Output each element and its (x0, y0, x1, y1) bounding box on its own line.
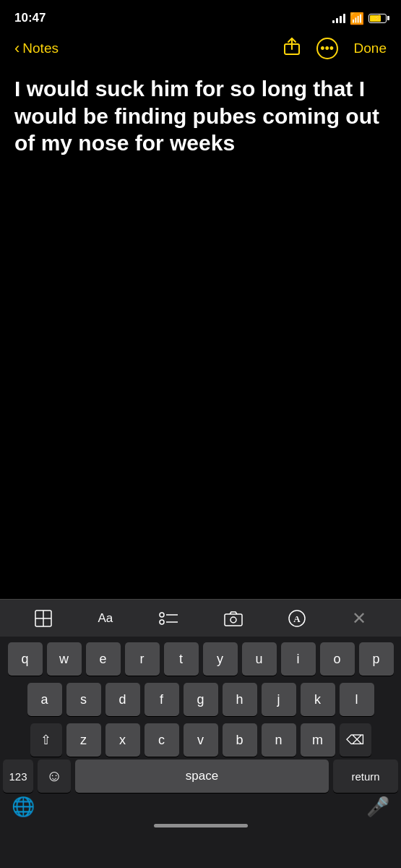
home-indicator (154, 824, 248, 827)
space-button[interactable]: space (75, 760, 329, 793)
key-row-3: ⇧ z x c v b n m ⌫ (3, 723, 398, 757)
key-z[interactable]: z (66, 723, 101, 757)
markup-button[interactable]: A (281, 605, 313, 631)
svg-point-7 (160, 620, 164, 624)
keyboard-toolbar: Aa A ✕ (0, 599, 401, 637)
svg-point-5 (160, 613, 164, 617)
camera-button[interactable] (217, 606, 250, 631)
nav-actions: ••• Done (283, 37, 387, 60)
key-m[interactable]: m (301, 723, 335, 757)
key-row-2: a s d f g h j k l (3, 683, 398, 716)
key-b[interactable]: b (223, 723, 257, 757)
bottom-row: 123 ☺ space return (0, 760, 401, 793)
note-content[interactable]: I would suck him for so long that I woul… (0, 68, 401, 171)
key-p[interactable]: p (359, 642, 394, 676)
key-r[interactable]: r (125, 642, 160, 676)
aa-label: Aa (98, 611, 113, 626)
back-button[interactable]: ‹ Notes (14, 41, 59, 56)
key-u[interactable]: u (242, 642, 277, 676)
close-keyboard-button[interactable]: ✕ (345, 604, 374, 633)
note-text[interactable]: I would suck him for so long that I woul… (14, 75, 387, 157)
key-f[interactable]: f (145, 683, 179, 716)
format-button[interactable]: Aa (91, 607, 121, 630)
home-indicator-row (0, 818, 401, 835)
status-bar: 10:47 📶 ⚡ (0, 0, 401, 32)
key-v[interactable]: v (184, 723, 218, 757)
key-h[interactable]: h (223, 683, 257, 716)
svg-rect-9 (225, 614, 242, 626)
key-d[interactable]: d (105, 683, 140, 716)
key-row-1: q w e r t y u i o p (3, 642, 398, 676)
back-label: Notes (22, 41, 59, 56)
numeric-button[interactable]: 123 (3, 760, 33, 793)
delete-button[interactable]: ⌫ (340, 723, 371, 757)
svg-text:A: A (294, 613, 301, 624)
key-w[interactable]: w (47, 642, 82, 676)
key-n[interactable]: n (262, 723, 296, 757)
more-button[interactable]: ••• (316, 38, 338, 59)
globe-icon[interactable]: 🌐 (12, 796, 35, 818)
ellipsis-icon: ••• (320, 42, 334, 55)
signal-icon (332, 13, 345, 23)
key-s[interactable]: s (66, 683, 101, 716)
return-button[interactable]: return (333, 760, 398, 793)
key-o[interactable]: o (320, 642, 355, 676)
share-button[interactable] (283, 37, 301, 60)
close-icon: ✕ (352, 608, 366, 629)
battery-icon: ⚡ (368, 14, 387, 23)
key-g[interactable]: g (184, 683, 218, 716)
svg-point-10 (230, 617, 236, 623)
status-icons: 📶 ⚡ (332, 12, 387, 25)
nav-bar: ‹ Notes ••• Done (0, 32, 401, 68)
globe-mic-row: 🌐 🎤 (0, 793, 401, 818)
chevron-left-icon: ‹ (14, 41, 20, 56)
done-button[interactable]: Done (354, 41, 387, 56)
microphone-icon[interactable]: 🎤 (366, 796, 389, 818)
wifi-icon: 📶 (350, 12, 364, 25)
key-x[interactable]: x (105, 723, 140, 757)
key-a[interactable]: a (27, 683, 62, 716)
key-j[interactable]: j (262, 683, 296, 716)
key-l[interactable]: l (340, 683, 374, 716)
key-q[interactable]: q (8, 642, 43, 676)
key-k[interactable]: k (301, 683, 335, 716)
shift-button[interactable]: ⇧ (30, 723, 62, 757)
key-c[interactable]: c (145, 723, 179, 757)
key-t[interactable]: t (164, 642, 199, 676)
emoji-button[interactable]: ☺ (38, 760, 71, 793)
keyboard: q w e r t y u i o p a s d f g h j k l ⇧ … (0, 637, 401, 868)
key-y[interactable]: y (203, 642, 238, 676)
key-i[interactable]: i (281, 642, 316, 676)
checklist-button[interactable] (152, 606, 185, 631)
key-e[interactable]: e (86, 642, 121, 676)
table-button[interactable] (27, 605, 59, 631)
status-time: 10:47 (14, 11, 46, 25)
